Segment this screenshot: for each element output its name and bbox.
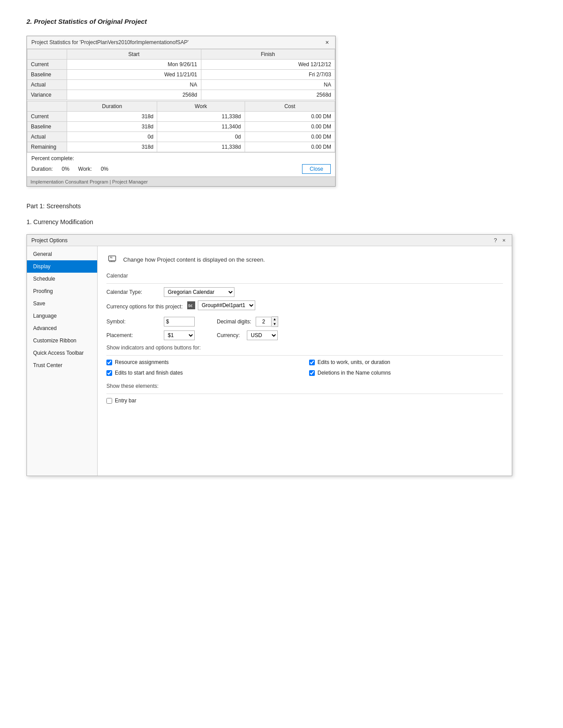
dialog-content: Start Finish Current Mon 9/26/11 Wed 12/… — [27, 49, 335, 186]
cell-duration: 0d — [67, 132, 157, 142]
options-titlebar: Project Options ? × — [27, 235, 512, 246]
stats-close-button[interactable]: Close — [302, 164, 331, 174]
sidebar-item-schedule[interactable]: Schedule — [27, 273, 97, 285]
symbol-input[interactable] — [164, 317, 195, 326]
sidebar-item-save[interactable]: Save — [27, 297, 97, 310]
table-row: Baseline Wed 11/21/01 Fri 2/7/03 — [27, 70, 335, 80]
indicators-divider — [106, 355, 503, 356]
dialog-bottom-bar: Implementation Consultant Program | Proj… — [27, 176, 335, 186]
entry-bar-label: Entry bar — [115, 398, 136, 404]
sidebar-item-advanced[interactable]: Advanced — [27, 322, 97, 334]
resource-assignments-checkbox[interactable] — [106, 360, 112, 365]
row-label: Actual — [27, 132, 67, 142]
sidebar-item-proofing[interactable]: Proofing — [27, 285, 97, 297]
cell-start: Mon 9/26/11 — [67, 60, 201, 70]
col-start: Start — [67, 49, 201, 60]
currency-group: $€ Group##Del1part1 — [187, 300, 255, 310]
duration-label: Duration: — [31, 166, 53, 172]
options-close-button[interactable]: × — [500, 237, 507, 244]
col-duration: Duration — [67, 101, 157, 112]
cell-duration: 318d — [67, 122, 157, 132]
row-label: Baseline — [27, 122, 67, 132]
options-sidebar: General Display Schedule Proofing Save L… — [27, 246, 98, 476]
edits-work-row: Edits to work, units, or duration — [309, 359, 503, 365]
row-label: Variance — [27, 90, 67, 100]
spinner-down[interactable]: ▼ — [272, 322, 278, 326]
edits-work-checkbox[interactable] — [309, 360, 315, 365]
dialog-close-button[interactable]: × — [324, 39, 331, 46]
work-value: 0% — [101, 166, 108, 172]
cell-cost: 0.00 DM — [245, 112, 335, 122]
show-elements-divider — [106, 394, 503, 394]
decimal-label: Decimal digits: — [217, 319, 251, 325]
edits-start-checkbox[interactable] — [106, 370, 112, 376]
cell-work: 11,338d — [157, 112, 245, 122]
edits-start-label: Edits to start and finish dates — [115, 370, 183, 376]
project-stats-dialog-wrapper: Project Statistics for 'ProjectPlanVers2… — [26, 36, 537, 187]
cell-work: 0d — [157, 132, 245, 142]
sidebar-item-language[interactable]: Language — [27, 310, 97, 322]
display-icon — [106, 253, 119, 266]
options-body: General Display Schedule Proofing Save L… — [27, 246, 512, 476]
table-row: Remaining 318d 11,338d 0.00 DM — [27, 142, 335, 152]
section2-heading: 2. Project Statistics of Original Projec… — [26, 18, 537, 25]
indicators-section-label: Show indicators and options buttons for: — [106, 345, 503, 351]
row-label: Current — [27, 112, 67, 122]
bottom-bar-text: Implementation Consultant Program | Proj… — [30, 179, 148, 184]
project-options-dialog: Project Options ? × General Display Sche… — [26, 234, 512, 476]
calendar-type-row: Calendar Type: Gregorian Calendar — [106, 287, 503, 297]
decimal-spinner[interactable]: ▲ ▼ — [256, 316, 278, 327]
resource-assignments-row: Resource assignments — [106, 359, 300, 365]
currency-select[interactable]: USD — [247, 330, 278, 340]
options-title: Project Options — [31, 237, 68, 244]
percent-complete-row: Percent complete: — [27, 152, 335, 164]
stats-table-dwc: Duration Work Cost Current 318d 11,338d … — [27, 101, 335, 152]
col-work: Work — [157, 101, 245, 112]
currency-section-label: Currency options for this project: — [106, 304, 183, 310]
table-row: Actual 0d 0d 0.00 DM — [27, 132, 335, 142]
sidebar-item-trust-center[interactable]: Trust Center — [27, 359, 97, 372]
currency-label: Currency: — [217, 332, 240, 338]
row-label: Actual — [27, 80, 67, 90]
options-titlebar-buttons: ? × — [492, 237, 507, 244]
col-cost: Cost — [245, 101, 335, 112]
sidebar-item-general[interactable]: General — [27, 248, 97, 260]
options-help-button[interactable]: ? — [492, 237, 499, 244]
table-row: Actual NA NA — [27, 80, 335, 90]
stats-table-start-finish: Start Finish Current Mon 9/26/11 Wed 12/… — [27, 49, 335, 100]
cell-duration: 318d — [67, 112, 157, 122]
sidebar-item-display[interactable]: Display — [27, 260, 97, 273]
cell-cost: 0.00 DM — [245, 142, 335, 152]
symbol-label: Symbol: — [106, 319, 159, 325]
row-label: Baseline — [27, 70, 67, 80]
sidebar-item-quick-access-toolbar[interactable]: Quick Access Toolbar — [27, 347, 97, 359]
spinner-up[interactable]: ▲ — [272, 317, 278, 322]
deletions-row: Deletions in the Name columns — [309, 370, 503, 376]
deletions-label: Deletions in the Name columns — [317, 370, 391, 376]
entry-bar-checkbox[interactable] — [106, 398, 112, 404]
project-stats-dialog: Project Statistics for 'ProjectPlanVers2… — [26, 36, 336, 187]
placement-select[interactable]: $1 — [164, 330, 195, 340]
currency-group-select[interactable]: Group##Del1part1 — [198, 300, 255, 310]
percent-complete-label: Percent complete: — [31, 155, 74, 161]
row-label: Remaining — [27, 142, 67, 152]
calendar-divider — [106, 283, 503, 284]
cell-finish: NA — [201, 80, 335, 90]
table-row: Current 318d 11,338d 0.00 DM — [27, 112, 335, 122]
table-row: Current Mon 9/26/11 Wed 12/12/12 — [27, 60, 335, 70]
options-main: Change how Project content is displayed … — [98, 246, 512, 476]
cell-cost: 0.00 DM — [245, 132, 335, 142]
cell-duration: 318d — [67, 142, 157, 152]
dialog-titlebar: Project Statistics for 'ProjectPlanVers2… — [27, 36, 335, 49]
calendar-type-label: Calendar Type: — [106, 289, 159, 295]
deletions-checkbox[interactable] — [309, 370, 315, 376]
svg-text:$€: $€ — [188, 304, 193, 308]
col-finish: Finish — [201, 49, 335, 60]
calendar-type-select[interactable]: Gregorian Calendar — [164, 287, 234, 297]
spinner-buttons: ▲ ▼ — [272, 316, 278, 327]
sidebar-item-customize-ribbon[interactable]: Customize Ribbon — [27, 334, 97, 347]
indicators-grid: Resource assignments Edits to work, unit… — [106, 359, 503, 379]
table-row: Baseline 318d 11,340d 0.00 DM — [27, 122, 335, 132]
cell-cost: 0.00 DM — [245, 122, 335, 132]
symbol-decimal-row: Symbol: Decimal digits: ▲ ▼ — [106, 316, 503, 327]
